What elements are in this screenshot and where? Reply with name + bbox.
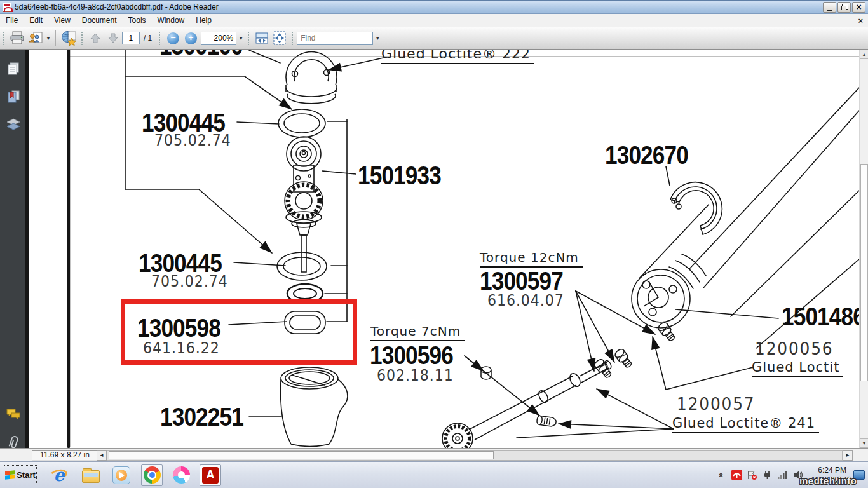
find-dropdown-caret[interactable]: ▼ [375,36,380,41]
scroll-right-button[interactable]: ► [843,450,853,461]
printer-icon [10,31,25,45]
zoom-level-select[interactable]: 200% ▼ [200,29,245,47]
antivirus-tray-icon[interactable] [731,470,742,480]
note-glued-loctite-222: Glued Loctite® 222 [381,50,534,64]
comments-panel-icon[interactable] [6,407,21,422]
screws [481,321,677,427]
title-bar[interactable]: 5da64eeb-fb6a-4c49-a8cd-2cf0abdcdbff.pdf… [0,0,868,14]
power-plug-icon[interactable] [762,470,773,480]
minimize-icon [827,10,832,11]
taskbar-chrome[interactable] [141,464,163,486]
adobe-reader-window: 5da64eeb-fb6a-4c49-a8cd-2cf0abdcdbff.pdf… [0,0,868,488]
navigation-sidebar [0,50,25,448]
fit-page-button[interactable] [271,29,288,47]
part-number-top-partial: 1300100 [159,50,243,58]
network-signal-icon[interactable] [777,470,788,480]
fit-width-button[interactable] [253,29,271,47]
start-label: Start [17,470,36,480]
cup-housing-part [281,367,348,447]
print-button[interactable] [8,29,26,47]
previous-page-button[interactable] [86,29,104,47]
order-code-1300445-lower: 705.02.74 [151,274,228,289]
page-size-label: 11.69 x 8.27 in [32,450,98,461]
chrome-icon [144,466,161,484]
close-icon: × [856,4,861,10]
red-highlight-box [121,299,357,365]
globe-star-icon [60,30,77,46]
c-clip-part [670,182,722,234]
adobe-reader-icon: A [202,467,219,484]
restore-button[interactable] [837,2,851,13]
pdf-document-canvas[interactable]: 1300100 Glued Loctite® 222 1300445 705.0… [35,50,859,448]
share-collaborate-button[interactable]: ▼ [26,29,52,47]
bookmarks-panel-icon[interactable] [6,89,21,104]
part-number-1300596: 1300596 [370,342,453,368]
find-input[interactable] [297,32,373,45]
menu-file[interactable]: File [0,15,24,26]
share-dropdown-caret: ▼ [46,36,51,41]
toolbar-grip[interactable] [247,31,250,45]
folder-icon [82,470,100,483]
swirl-browser-icon [173,466,190,484]
menu-view[interactable]: View [48,15,76,26]
part-number-1302251: 1302251 [160,404,243,430]
toolbar-grip[interactable] [3,31,6,45]
restore-icon [841,6,846,10]
note-glued-loctite-partial: Glued Loctit [752,360,843,377]
minimize-button[interactable] [823,2,836,13]
zoom-in-icon: + [185,32,197,44]
scroll-up-button[interactable]: ▲ [860,50,868,59]
zoom-dropdown-caret: ▼ [238,36,243,41]
part-number-1200057: 1200057 [677,395,756,412]
order-code-1300596: 602.18.11 [377,368,454,383]
menu-edit[interactable]: Edit [24,15,48,26]
menu-document[interactable]: Document [76,15,123,26]
vertical-scroll-thumb[interactable] [860,164,868,381]
previous-page-icon [89,32,102,44]
menu-window[interactable]: Window [152,15,191,26]
document-close-icon[interactable]: × [858,16,863,25]
head-assembly [632,269,690,328]
taskbar-swirl-browser[interactable] [170,464,192,486]
order-code-1300445-upper: 705.02.74 [154,133,231,148]
toolbar-separator [55,30,56,46]
action-center-flag-icon[interactable] [747,470,757,480]
scroll-down-button[interactable]: ▼ [860,438,868,448]
taskbar-internet-explorer[interactable]: e [48,464,70,486]
menu-help[interactable]: Help [190,15,217,26]
tray-expand-chevron-icon[interactable]: « [716,470,727,480]
horizontal-scrollbar[interactable] [107,450,843,461]
lower-gear-shaft [442,360,613,448]
horizontal-scroll-thumb[interactable] [109,451,494,459]
zoom-out-icon: − [167,32,179,44]
taskbar-adobe-reader-active[interactable]: A [200,464,221,486]
next-page-button[interactable] [104,29,122,47]
part-number-1300445-lower: 1300445 [139,250,222,276]
fit-width-icon [254,32,269,44]
ie-swoosh-icon [49,468,69,481]
page-number-input[interactable] [122,32,140,44]
status-bar: 11.69 x 8.27 in ◄ ► [0,448,868,461]
zoom-out-button[interactable]: − [164,29,182,47]
layers-panel-icon[interactable] [6,117,21,132]
vertical-scrollbar[interactable]: ▲ ▼ [859,50,868,448]
pages-panel-icon[interactable] [6,61,21,76]
order-code-1300597: 616.04.07 [487,293,564,308]
scroll-left-button[interactable]: ◄ [97,450,107,461]
part-number-1501933: 1501933 [358,163,441,188]
sign-certify-button[interactable] [59,29,78,47]
zoom-in-button[interactable]: + [182,29,200,47]
taskbar-file-explorer[interactable] [80,464,102,486]
menu-tools[interactable]: Tools [123,15,152,26]
zoom-level-value: 200% [201,32,236,45]
toolbar-grip[interactable] [81,31,84,45]
toolbar-grip[interactable] [158,31,161,45]
taskbar-media-player[interactable] [111,464,132,486]
close-button[interactable]: × [852,2,865,13]
toolbar-grip[interactable] [291,31,294,45]
page-total-label: / 1 [144,34,152,43]
media-player-icon [112,466,130,484]
start-button[interactable]: Start [4,465,37,485]
part-number-1300597: 1300597 [480,268,563,294]
note-glued-loctite-241: Glued Loctite® 241 [672,416,819,433]
